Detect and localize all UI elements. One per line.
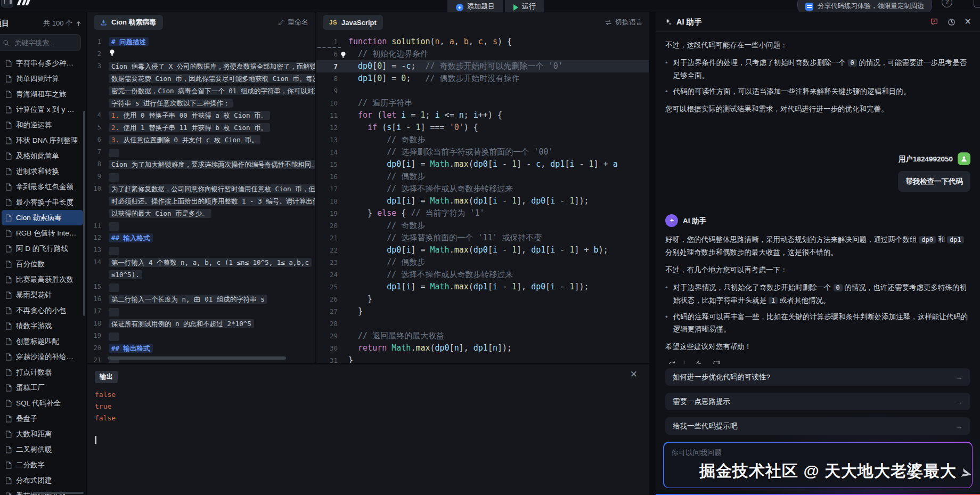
sidebar-item[interactable]: RGB 色值转 Integer bbox=[2, 225, 83, 241]
sidebar-item[interactable]: 字符串有多少种可... bbox=[2, 55, 83, 71]
switch-language-button[interactable]: 切换语言 bbox=[605, 18, 643, 27]
rename-button[interactable]: 重命名 bbox=[277, 18, 308, 27]
sidebar-item[interactable]: 打点计数器 bbox=[2, 364, 83, 380]
sidebar-item[interactable]: 大数和距离 bbox=[2, 426, 83, 442]
code-line: 29 // 返回最终的最大收益 bbox=[316, 330, 649, 342]
close-icon[interactable]: ✕ bbox=[965, 18, 971, 26]
history-clock-icon[interactable] bbox=[948, 18, 956, 26]
document-icon bbox=[5, 60, 12, 67]
sidebar-item[interactable]: 最小替换子串长度 bbox=[2, 194, 83, 210]
sidebar-item-label: 比赛最高获胜次数 bbox=[16, 275, 74, 285]
ai-panel-header: AI 助手 ✕ bbox=[656, 12, 980, 32]
code-line: 22 dp0[i] = Math.max(dp0[i - 1], dp1[i -… bbox=[316, 244, 649, 256]
ai-question-input[interactable] bbox=[671, 448, 968, 457]
run-button[interactable]: 运行 bbox=[505, 0, 544, 12]
sidebar-item[interactable]: 和的逆运算 bbox=[2, 117, 83, 133]
sidebar-item[interactable]: 二分数字 bbox=[2, 457, 83, 473]
sidebar-item[interactable]: 二叉树供暖 bbox=[2, 442, 83, 457]
sidebar-item-label: 拿到最多红包金额 bbox=[16, 182, 74, 192]
document-icon bbox=[5, 168, 12, 175]
search-icon bbox=[3, 39, 10, 46]
problem-line: 12## 输入格式 bbox=[87, 232, 315, 244]
user-avatar[interactable] bbox=[958, 152, 970, 165]
sidebar-scrollbar[interactable] bbox=[83, 111, 85, 316]
panel-collapse-icon[interactable] bbox=[1, 0, 13, 7]
new-chat-icon[interactable] bbox=[930, 18, 938, 26]
sidebar-item-label: 穿越沙漠的补给次数 bbox=[16, 352, 79, 362]
document-icon bbox=[5, 276, 12, 283]
search-input[interactable] bbox=[13, 38, 75, 47]
code-editor[interactable]: 1function solution(n, a, b, c, s) {6 // … bbox=[316, 33, 649, 363]
sidebar-item[interactable]: 及格如此简单 bbox=[2, 148, 83, 164]
add-question-button[interactable]: + 添加题目 bbox=[447, 0, 503, 12]
language-tab-label: JavaScript bbox=[341, 19, 377, 27]
ai-input-box[interactable] bbox=[663, 442, 973, 488]
sidebar-item[interactable]: 不再贪心的小包 bbox=[2, 303, 83, 318]
problem-line: 2 bbox=[87, 48, 315, 60]
plus-circle-icon: + bbox=[456, 4, 463, 11]
problem-hscrollbar[interactable] bbox=[108, 356, 286, 360]
inline-code-chip: dp1 bbox=[947, 236, 964, 244]
sidebar-item[interactable]: 穿越沙漠的补给次数 bbox=[2, 349, 83, 364]
sidebar-item[interactable]: 环状 DNA 序列整理 bbox=[2, 133, 83, 148]
thumb-up-icon[interactable] bbox=[691, 358, 704, 364]
language-tab[interactable]: JS JavaScript bbox=[323, 15, 383, 30]
js-badge: JS bbox=[329, 19, 337, 26]
sidebar-item[interactable]: 简单四则计算 bbox=[2, 71, 83, 86]
sidebar-item-label: 环状 DNA 序列整理 bbox=[16, 136, 78, 145]
problem-markdown-editor[interactable]: 1# 问题描述23Cion 病毒入侵了 X 公司的数据库，将硬盘数据全部加密了，… bbox=[87, 33, 315, 363]
problem-panel-header: Cion 勒索病毒 重命名 bbox=[87, 12, 315, 33]
share-campaign-button[interactable]: 分享代码练习体验，领限量定制周边 bbox=[797, 0, 932, 12]
sidebar-item[interactable]: 创意标题匹配 bbox=[2, 334, 83, 349]
output-value: false bbox=[95, 389, 642, 401]
ai-message-paragraph: 您可以根据实际的测试结果和需求，对代码进行进一步的优化和完善。 bbox=[665, 103, 970, 115]
document-icon bbox=[5, 261, 12, 268]
sidebar-item[interactable]: 暴雨梨花针 bbox=[2, 287, 83, 303]
add-question-label: 添加题目 bbox=[467, 2, 495, 11]
suggestion-pill[interactable]: 如何进一步优化代码的可读性?→ bbox=[665, 368, 970, 386]
thumb-down-icon[interactable] bbox=[710, 358, 723, 364]
sidebar-item[interactable]: 进制求和转换 bbox=[2, 164, 83, 179]
search-box[interactable] bbox=[0, 34, 81, 51]
sidebar-item-label: 创意标题匹配 bbox=[16, 337, 59, 346]
person-icon bbox=[960, 155, 968, 163]
problem-line: 10为了赶紧修复数据，公司同意你向银行暂时借用任意枚 Cion 币，但结束 bbox=[87, 183, 315, 195]
sidebar-item[interactable]: 蛋糕工厂 bbox=[2, 380, 83, 395]
document-icon bbox=[5, 322, 12, 330]
sidebar-item[interactable]: 阿 D 的飞行路线 bbox=[2, 241, 83, 256]
sidebar-item-label: 青海湖租车之旅 bbox=[16, 90, 67, 99]
sidebar-item[interactable]: 分布式团建 bbox=[2, 473, 83, 488]
problem-tab[interactable]: Cion 勒索病毒 bbox=[94, 15, 163, 30]
suggestion-pill[interactable]: 需要一点思路提示→ bbox=[665, 393, 970, 410]
output-badge: 输出 bbox=[95, 371, 118, 383]
sidebar-item[interactable]: 拿到最多红包金额 bbox=[2, 179, 83, 194]
ai-bullet-item: •代码的可读性方面，可以适当添加一些注释来解释关键步骤的逻辑和目的。 bbox=[665, 85, 970, 98]
help-icon[interactable]: ? bbox=[942, 0, 952, 7]
sidebar-hscrollbar[interactable] bbox=[33, 492, 84, 494]
sidebar-item-label: 计算位置 x 到 y 的... bbox=[16, 105, 79, 115]
regenerate-icon[interactable] bbox=[665, 358, 678, 364]
document-icon bbox=[5, 183, 12, 191]
code-line: 8 dp1[0] = 0; // 偶数步开始时没有操作 bbox=[316, 72, 649, 85]
arrow-right-icon: → bbox=[956, 397, 963, 406]
text-caret bbox=[95, 436, 96, 444]
clipped-edge-icon[interactable] bbox=[974, 0, 980, 7]
sidebar-item-label: 猜数字游戏 bbox=[16, 321, 52, 331]
close-icon[interactable]: ✕ bbox=[630, 370, 638, 379]
arrow-right-icon: → bbox=[956, 422, 963, 431]
code-line: 12 if (s[i - 1] === '0') { bbox=[316, 121, 649, 134]
sidebar-item[interactable]: 百分位数 bbox=[2, 256, 83, 272]
topbar: + 添加题目 运行 分享代码练习体验，领限量定制周边 ? bbox=[0, 0, 980, 12]
sidebar-item[interactable]: 青海湖租车之旅 bbox=[2, 86, 83, 102]
sidebar-item[interactable]: 比赛最高获胜次数 bbox=[2, 272, 83, 287]
sidebar-item[interactable]: 计算位置 x 到 y 的... bbox=[2, 102, 83, 117]
sidebar-item[interactable]: Cion 勒索病毒 bbox=[2, 210, 83, 225]
problem-line: 以获得的最大 Cion 币是多少。 bbox=[87, 207, 315, 220]
problem-line: 19 bbox=[87, 330, 315, 342]
problem-line: 15 bbox=[87, 281, 315, 293]
suggestion-pill[interactable]: 给我一些代码提示吧→ bbox=[665, 417, 970, 435]
sidebar-item[interactable]: 猜数字游戏 bbox=[2, 318, 83, 334]
sidebar-item[interactable]: 叠盘子 bbox=[2, 411, 83, 426]
sidebar-item[interactable]: SQL 代码补全 bbox=[2, 395, 83, 411]
arrow-up-icon[interactable] bbox=[76, 21, 81, 27]
